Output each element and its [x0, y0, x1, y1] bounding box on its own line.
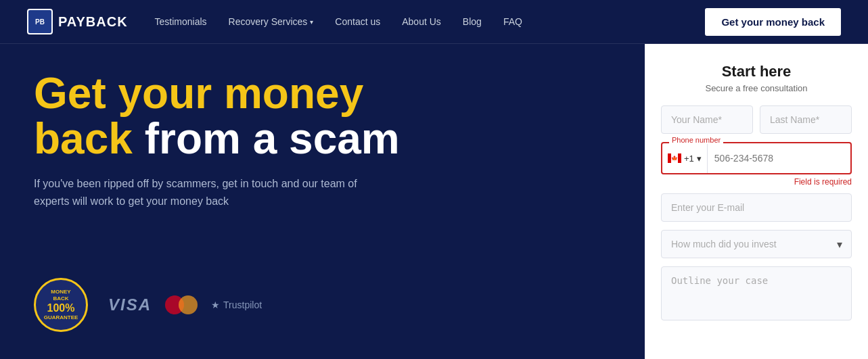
nav-link-testimonials[interactable]: Testimonials	[155, 16, 207, 27]
canada-flag-icon: 🍁	[668, 153, 681, 163]
logo-text: PAYBACK	[58, 14, 128, 30]
nav-link-recovery-services[interactable]: Recovery Services ▾	[229, 16, 314, 27]
phone-country-selector[interactable]: 🍁 +1 ▾	[662, 143, 708, 173]
email-input[interactable]	[661, 193, 852, 222]
nav-link-faq[interactable]: FAQ	[503, 16, 522, 27]
hero-title: Get your money back from a scam	[34, 71, 528, 162]
chevron-down-icon: ▾	[697, 153, 702, 164]
chevron-down-icon: ▾	[310, 18, 313, 26]
nav-link-about[interactable]: About Us	[402, 16, 441, 27]
phone-field: 🍁 +1 ▾	[661, 142, 852, 174]
form-subtitle: Secure a free consultation	[661, 83, 852, 93]
logo-area[interactable]: PB PAYBACK	[27, 9, 128, 34]
phone-input[interactable]	[708, 145, 850, 172]
first-name-input[interactable]	[661, 105, 753, 134]
trust-badges: MONEY BACK 100% GUARANTEE VISA ★ Trustpi…	[34, 278, 528, 332]
field-required-msg: Field is required	[661, 177, 852, 187]
last-name-input[interactable]	[760, 105, 852, 134]
consultation-form-panel: Start here Secure a free consultation Ph…	[645, 44, 868, 359]
hero-subtitle: If you've been ripped off by scammers, g…	[34, 175, 372, 210]
money-back-badge: MONEY BACK 100% GUARANTEE	[34, 278, 88, 332]
nav-links: Testimonials Recovery Services ▾ Contact…	[155, 16, 706, 27]
hero-content: Get your money back from a scam If you'v…	[0, 44, 562, 359]
logo-icon: PB	[27, 9, 53, 34]
case-outline-textarea[interactable]	[661, 266, 852, 320]
hero-title-yellow2: back	[34, 114, 133, 163]
mastercard-logo	[165, 295, 198, 314]
hero-title-white2: from a scam	[145, 114, 400, 163]
nav-link-contact[interactable]: Contact us	[335, 16, 380, 27]
payment-icons: VISA ★ Trustpilot	[108, 295, 262, 314]
email-input-wrap	[661, 193, 852, 222]
trustpilot-logo: ★ Trustpilot	[211, 300, 262, 310]
get-money-back-button[interactable]: Get your money back	[705, 8, 841, 36]
visa-logo: VISA	[108, 295, 152, 314]
star-icon: ★	[211, 300, 220, 310]
phone-label: Phone number	[669, 136, 723, 144]
phone-wrapper: Phone number 🍁 +1 ▾	[661, 142, 852, 174]
nav-link-blog[interactable]: Blog	[463, 16, 482, 27]
hero-section: Get your money back from a scam If you'v…	[0, 44, 868, 359]
invest-amount-select[interactable]: How much did you invest Less than $5,000…	[661, 230, 852, 258]
form-title: Start here	[661, 63, 852, 80]
invest-select-wrap: How much did you invest Less than $5,000…	[661, 230, 852, 258]
name-row	[661, 105, 852, 134]
navbar: PB PAYBACK Testimonials Recovery Service…	[0, 0, 868, 44]
hero-title-yellow1: Get your money	[34, 69, 363, 118]
